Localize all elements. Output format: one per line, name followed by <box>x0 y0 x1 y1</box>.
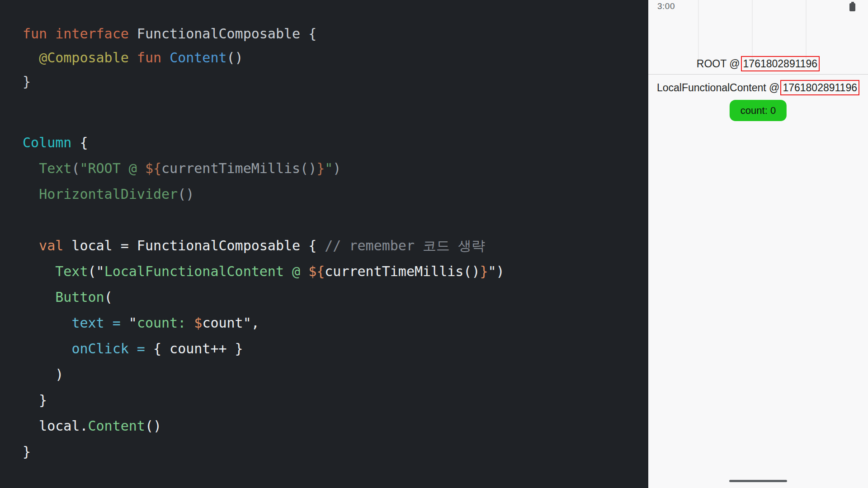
code-token: currentTimeMillis() <box>325 263 480 279</box>
code-line: Text("LocalFunctionalContent @ ${current… <box>23 258 505 284</box>
code-token: ( <box>104 289 113 305</box>
code-token <box>23 160 39 176</box>
code-line: } <box>23 70 316 94</box>
code-token: Column <box>23 135 71 150</box>
code-line: } <box>23 387 505 413</box>
code-token <box>23 289 55 305</box>
gesture-navigation-bar[interactable] <box>729 480 787 482</box>
code-token <box>23 50 39 66</box>
code-line: Text("ROOT @ ${currentTimeMillis()}") <box>23 155 505 181</box>
code-token: () <box>145 418 161 434</box>
code-line <box>23 207 505 233</box>
code-token: Text <box>55 263 88 279</box>
code-token: val <box>23 238 63 253</box>
code-line: @Composable fun Content() <box>23 46 316 70</box>
code-line: val local = FunctionalComposable { // re… <box>23 233 505 258</box>
code-line: fun interface FunctionalComposable { <box>23 22 316 46</box>
code-token: (" <box>88 263 104 279</box>
battery-icon <box>849 3 855 11</box>
code-line: } <box>23 439 505 465</box>
code-token: ") <box>488 263 505 279</box>
code-token: HorizontalDivider <box>39 186 178 202</box>
code-token: Button <box>55 289 104 305</box>
code-token: } <box>23 392 47 408</box>
code-block: Column { Text("ROOT @ ${currentTimeMilli… <box>23 130 505 465</box>
device-screen: 3:00 ROOT @ 1761802891196 LocalFunctiona… <box>648 0 868 488</box>
code-token <box>23 263 55 279</box>
code-token: fun interface <box>23 26 129 42</box>
code-token: ( <box>71 160 80 176</box>
code-token: ) <box>333 160 341 176</box>
local-timestamp-highlight: 1761802891196 <box>780 80 859 95</box>
root-timestamp-highlight: 1761802891196 <box>741 56 820 71</box>
code-token: } <box>480 263 488 279</box>
code-token: @Composable <box>39 50 129 66</box>
clock-label: 3:00 <box>657 1 675 11</box>
screen: fun interface FunctionalComposable { @Co… <box>0 0 868 488</box>
code-token: text = <box>71 315 128 331</box>
code-token: LocalFunctionalContent @ <box>104 263 309 279</box>
code-line: ) <box>23 361 505 387</box>
code-token: local. <box>23 418 88 434</box>
code-editor: fun interface FunctionalComposable { @Co… <box>0 0 648 488</box>
code-token <box>23 315 71 331</box>
code-token: Text <box>39 160 71 176</box>
code-token: Content <box>88 418 145 434</box>
code-token <box>23 186 39 202</box>
code-token: } <box>316 160 325 176</box>
root-label: ROOT @ <box>697 58 740 70</box>
code-line: local.Content() <box>23 413 505 439</box>
code-token: " <box>325 160 333 176</box>
code-token: $ <box>194 315 202 331</box>
code-token: FunctionalComposable { <box>129 26 316 42</box>
horizontal-divider <box>648 74 868 75</box>
statusbar-stripe <box>698 0 699 60</box>
statusbar-stripe <box>806 0 807 60</box>
code-line: Button( <box>23 284 505 310</box>
statusbar-stripe <box>752 0 753 60</box>
count-button[interactable]: count: 0 <box>730 100 787 121</box>
code-token: count", <box>202 315 259 331</box>
code-token <box>23 341 71 357</box>
code-token: ${ <box>308 263 325 279</box>
code-token: onClick = <box>71 341 153 357</box>
root-text-row: ROOT @ 1761802891196 <box>648 55 868 72</box>
code-token: () <box>227 50 243 66</box>
code-token: } <box>23 74 31 89</box>
code-token: () <box>178 186 194 202</box>
code-token: ${ <box>145 160 161 176</box>
code-token: currentTimeMillis() <box>161 160 316 176</box>
local-text-row: LocalFunctionalContent @ 1761802891196 <box>648 79 868 96</box>
code-token: ) <box>23 366 63 382</box>
code-line: HorizontalDivider() <box>23 181 505 207</box>
local-label: LocalFunctionalContent @ <box>657 82 779 94</box>
status-bar: 3:00 <box>648 0 868 13</box>
code-token: fun <box>129 50 170 66</box>
code-token: { count++ } <box>153 341 243 357</box>
code-token: "ROOT @ <box>80 160 145 176</box>
code-token: count: <box>137 315 194 331</box>
code-token: " <box>129 315 137 331</box>
code-line: text = "count: $count", <box>23 310 505 336</box>
code-token: // remember 코드 생략 <box>325 238 485 253</box>
code-line: onClick = { count++ } <box>23 336 505 361</box>
code-token: } <box>23 444 31 460</box>
code-block: fun interface FunctionalComposable { @Co… <box>23 22 316 94</box>
code-token: { <box>71 135 88 150</box>
code-line: Column { <box>23 130 505 155</box>
code-token: Content <box>170 50 226 66</box>
code-token: local = FunctionalComposable { <box>63 238 325 253</box>
